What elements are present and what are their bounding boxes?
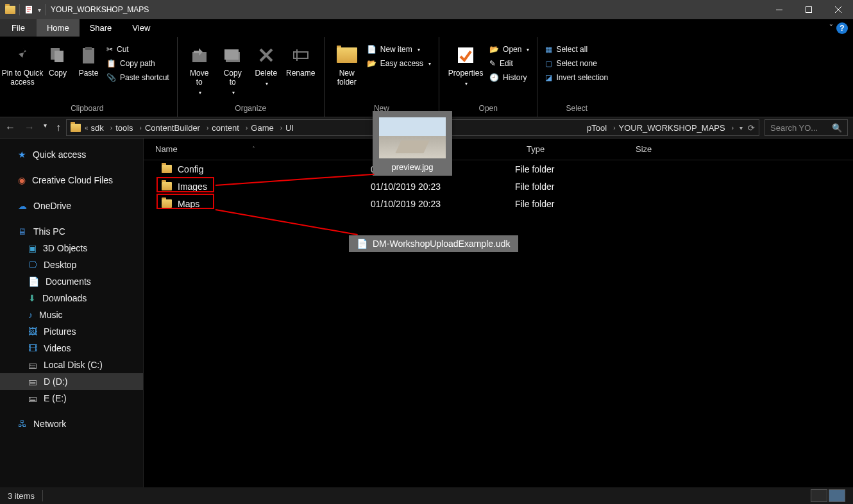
svg-rect-6 [85,47,92,50]
file-icon: 📄 [357,239,367,249]
sidebar-onedrive[interactable]: ☁OneDrive [0,197,143,214]
crumb-6[interactable]: pTool [587,123,607,133]
folder-icon [162,199,172,208]
svg-rect-5 [83,48,94,63]
up-button[interactable]: ↑ [56,122,61,133]
select-none-button[interactable]: ▢Select none [543,58,611,69]
tab-file[interactable]: File [0,19,37,37]
sidebar-desktop[interactable]: 🖵Desktop [0,256,143,273]
column-name[interactable]: Nameˆ [144,144,371,154]
column-type[interactable]: Type [515,144,624,154]
recent-dropdown[interactable]: ▾ [44,122,47,133]
group-label-select: Select [566,104,587,115]
tab-view[interactable]: View [122,19,160,37]
videos-icon: 🎞 [28,343,37,353]
sidebar-local-disk-c[interactable]: 🖴Local Disk (C:) [0,357,143,373]
paste-button[interactable]: Paste [73,40,104,104]
new-folder-button[interactable]: New folder [330,40,364,104]
folder-icon [162,182,172,190]
crumb-7[interactable]: YOUR_WORKSHOP_MAPS [619,123,725,133]
sidebar-documents[interactable]: 📄Documents [0,273,143,290]
address-dropdown-icon[interactable]: ▾ [739,124,743,131]
sidebar-videos[interactable]: 🎞Videos [0,340,143,357]
invert-selection-icon: ◪ [545,73,552,82]
tab-home[interactable]: Home [37,19,80,37]
open-icon: 📂 [489,45,499,54]
sidebar-pictures[interactable]: 🖼Pictures [0,323,143,340]
svg-rect-2 [806,7,812,13]
help-icon[interactable]: ? [836,22,848,34]
maximize-button[interactable] [794,0,823,19]
file-row-maps[interactable]: Maps 01/10/2019 20:23 File folder [144,195,853,212]
network-icon: 🖧 [18,419,27,429]
crumb-5[interactable]: UI [285,123,294,133]
view-details-button[interactable] [811,489,827,502]
properties-button[interactable]: Properties▾ [444,40,487,104]
crumb-2[interactable]: ContentBuilder [145,123,200,133]
open-button[interactable]: 📂Open▾ [487,44,532,55]
music-icon: ♪ [28,310,33,320]
crumb-3[interactable]: content [212,123,239,133]
qat-dropdown-icon[interactable]: ▾ [38,6,41,13]
overlay-label-udk: 📄 DM-WorkshopUploadExample.udk [349,235,518,252]
sidebar-this-pc[interactable]: 🖥This PC [0,223,143,240]
pin-icon [11,44,34,67]
crumb-0[interactable]: sdk [91,123,104,133]
new-folder-icon [335,44,359,67]
file-row-config[interactable]: Config 01/10/2019 20:23 File folder [144,160,853,178]
svg-rect-1 [776,10,782,10]
sidebar-music[interactable]: ♪Music [0,307,143,323]
back-button[interactable]: ← [5,122,15,133]
new-item-button[interactable]: 📄New item▾ [364,44,434,55]
documents-icon: 📄 [28,276,39,287]
status-item-count: 3 items [8,491,35,501]
sidebar-downloads[interactable]: ⬇Downloads [0,290,143,307]
invert-selection-button[interactable]: ◪Invert selection [543,72,611,83]
cube-icon: ▣ [28,243,37,253]
search-input[interactable]: Search YO... 🔍 [764,119,848,136]
paste-shortcut-button[interactable]: 📎Paste shortcut [104,72,172,83]
desktop-icon: 🖵 [28,260,37,270]
select-all-button[interactable]: ▦Select all [543,44,611,55]
scissors-icon: ✂ [106,45,113,54]
group-label-open: Open [479,104,498,115]
collapse-ribbon-icon[interactable]: ˇ [830,23,832,33]
history-button[interactable]: 🕘History [487,72,532,83]
file-row-images[interactable]: Images 01/10/2019 20:23 File folder [144,178,853,195]
view-large-icons-button[interactable] [829,489,845,502]
pin-to-quick-access-button[interactable]: Pin to Quick access [3,40,42,104]
tab-share[interactable]: Share [80,19,122,37]
copy-to-button[interactable]: Copy to▾ [216,40,249,104]
minimize-button[interactable] [764,0,794,19]
sidebar-drive-d[interactable]: 🖴D (D:) [0,373,143,390]
crumb-4[interactable]: Game [251,123,273,133]
address-folder-icon [71,124,81,132]
forward-button[interactable]: → [24,122,35,133]
copy-to-icon [221,44,244,67]
svg-rect-10 [294,52,308,58]
delete-button[interactable]: Delete▾ [249,40,283,104]
sidebar-quick-access[interactable]: ★Quick access [0,146,143,163]
sidebar-creative-cloud[interactable]: ◉Creative Cloud Files [0,172,143,189]
search-icon: 🔍 [832,123,842,133]
drive-icon: 🖴 [28,360,37,370]
sidebar-drive-e[interactable]: 🖴E (E:) [0,390,143,407]
cut-button[interactable]: ✂Cut [104,44,172,55]
copy-button[interactable]: Copy [42,40,73,104]
move-to-button[interactable]: Move to▾ [183,40,216,104]
refresh-icon[interactable]: ⟳ [748,123,755,133]
sidebar-3d-objects[interactable]: ▣3D Objects [0,240,143,256]
column-size[interactable]: Size [624,144,853,154]
rename-button[interactable]: Rename [283,40,319,104]
qat-icon-1[interactable] [24,4,34,15]
sidebar-network[interactable]: 🖧Network [0,416,143,432]
easy-access-button[interactable]: 📂Easy access▾ [364,58,434,69]
crumb-1[interactable]: tools [115,123,133,133]
rename-icon [289,44,312,67]
edit-button[interactable]: ✎Edit [487,58,532,69]
drive-icon: 🖴 [28,393,37,403]
close-button[interactable] [823,0,853,19]
tooltip-filename: preview.jpg [391,162,433,172]
downloads-icon: ⬇ [28,293,36,303]
copy-path-button[interactable]: 📋Copy path [104,58,172,69]
